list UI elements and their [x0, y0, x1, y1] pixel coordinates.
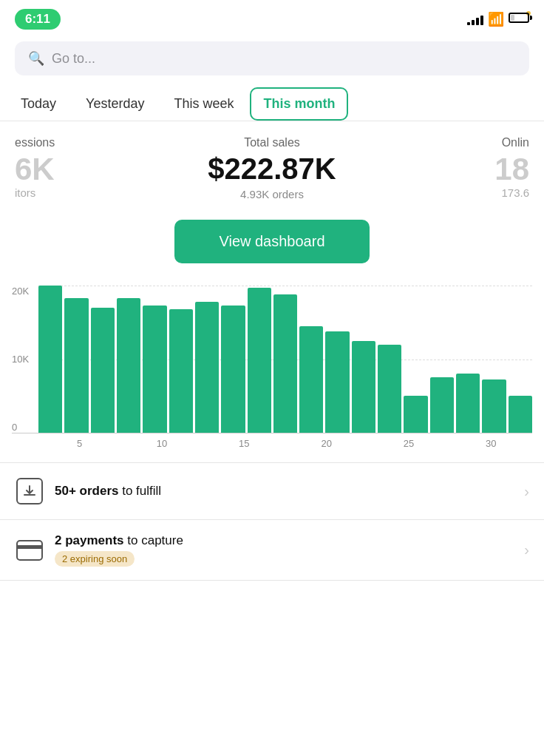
- y-label-0: 0: [12, 422, 29, 433]
- status-icons: 📶: [467, 11, 529, 27]
- filter-tabs: Today Yesterday This week This month: [0, 87, 544, 121]
- chart-bar: [378, 345, 401, 433]
- chart-bar: [38, 286, 62, 433]
- payments-badge: 2 expiring soon: [55, 551, 135, 567]
- stat-left-sublabel: itors: [15, 186, 171, 199]
- chart-x-labels: 51015202530: [12, 438, 532, 449]
- y-label-20k: 20K: [12, 286, 29, 297]
- chart-bar: [64, 298, 88, 433]
- chart-bar: [195, 302, 219, 433]
- battery-wrapper: [509, 13, 529, 26]
- chart-x-label: 5: [38, 438, 120, 449]
- payments-title: 2 payments to capture: [55, 533, 517, 548]
- chart-container: 20K 10K 0 51015202530: [0, 278, 544, 456]
- chart-x-label: 25: [367, 438, 449, 449]
- orders-chevron: ›: [524, 483, 529, 500]
- chart-bar: [404, 396, 427, 433]
- chart-bar: [248, 288, 271, 433]
- chart-bar: [509, 396, 532, 433]
- stat-left-value: 6K: [15, 152, 171, 186]
- chart-bar: [352, 341, 375, 433]
- chart-bar: [91, 308, 115, 433]
- download-icon: [15, 476, 44, 506]
- battery-icon: [509, 13, 529, 23]
- stat-right-value: 18: [373, 152, 529, 186]
- stat-right-subvalue: 173.6: [373, 186, 529, 199]
- tab-yesterday[interactable]: Yesterday: [72, 87, 157, 121]
- chart-bars: [38, 286, 532, 433]
- chart-bar: [273, 294, 297, 433]
- stat-center: Total sales $222.87K 4.93K orders: [183, 136, 362, 200]
- btn-container: View dashboard: [0, 208, 544, 278]
- tab-this-month[interactable]: This month: [250, 87, 348, 121]
- stat-center-subvalue: 4.93K orders: [194, 188, 350, 200]
- stat-right: Onlin 18 173.6: [361, 136, 544, 200]
- chart-area: 20K 10K 0: [12, 286, 532, 433]
- chart-x-label: 10: [120, 438, 203, 449]
- chart-bar: [299, 326, 323, 433]
- status-time: 6:11: [15, 9, 61, 30]
- search-container: 🔍 Go to...: [0, 36, 544, 87]
- chart-x-label: 20: [285, 438, 367, 449]
- search-icon: 🔍: [28, 50, 44, 67]
- search-placeholder: Go to...: [52, 51, 95, 67]
- stat-left-label: essions: [15, 136, 171, 149]
- wifi-icon: 📶: [488, 11, 504, 27]
- chart-bar: [430, 377, 454, 433]
- chart-bar: [117, 298, 140, 433]
- orders-title: 50+ orders to fulfill: [55, 484, 517, 499]
- chart-bar: [169, 309, 193, 433]
- action-item-payments[interactable]: 2 payments to capture 2 expiring soon ›: [0, 520, 544, 581]
- payments-content: 2 payments to capture 2 expiring soon: [55, 533, 517, 567]
- search-bar[interactable]: 🔍 Go to...: [15, 41, 529, 75]
- action-item-orders[interactable]: 50+ orders to fulfill ›: [0, 463, 544, 520]
- chart-bar: [456, 374, 480, 433]
- tab-today[interactable]: Today: [7, 87, 69, 121]
- signal-icon: [467, 13, 483, 25]
- orders-content: 50+ orders to fulfill: [55, 484, 517, 499]
- chart-bar: [143, 306, 166, 433]
- stat-left: essions 6K itors: [0, 136, 183, 200]
- chart-y-labels: 20K 10K 0: [12, 286, 29, 433]
- chart-x-label: 30: [450, 438, 532, 449]
- view-dashboard-button[interactable]: View dashboard: [174, 220, 369, 263]
- chart-bar: [325, 331, 349, 433]
- stats-section: essions 6K itors Total sales $222.87K 4.…: [0, 121, 544, 208]
- chart-bar: [482, 379, 506, 433]
- action-items: 50+ orders to fulfill › 2 payments to ca…: [0, 462, 544, 581]
- chart-x-label: 15: [203, 438, 285, 449]
- status-bar: 6:11 📶: [0, 0, 544, 36]
- stat-center-value: $222.87K: [194, 152, 350, 185]
- y-label-10k: 10K: [12, 354, 29, 365]
- tab-this-week[interactable]: This week: [160, 87, 247, 121]
- stat-right-label: Onlin: [373, 136, 529, 149]
- stat-center-label: Total sales: [194, 136, 350, 149]
- payment-icon: [15, 536, 44, 565]
- chart-bar: [221, 306, 245, 433]
- payments-chevron: ›: [524, 541, 529, 558]
